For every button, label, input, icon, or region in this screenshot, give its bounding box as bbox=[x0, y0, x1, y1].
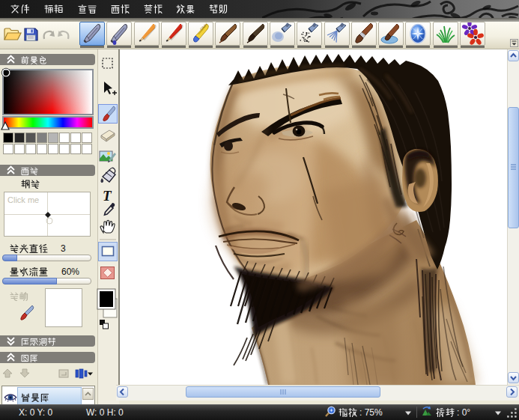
svg-text:T: T bbox=[103, 188, 112, 204]
